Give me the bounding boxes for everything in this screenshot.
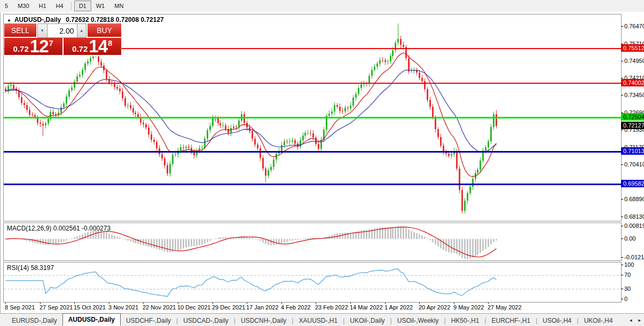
timeframe-button-m30[interactable]: M30 xyxy=(13,1,34,11)
macd-axis-label: -0.01212 xyxy=(624,254,644,260)
sell-price-point: 7 xyxy=(49,38,53,47)
volume-decrease-button[interactable]: ▼ xyxy=(37,23,48,38)
macd-axis-label: 0.00819 xyxy=(624,222,644,229)
chart-symbol-label: AUDUSD-,Daily xyxy=(14,16,61,23)
time-axis-label: 3 Nov 2021 xyxy=(108,304,138,311)
buy-price-pips: 14 xyxy=(89,36,107,57)
volume-increase-button[interactable]: ▲ xyxy=(77,23,87,38)
time-axis-label: 10 Dec 2021 xyxy=(177,304,210,311)
time-axis-label: 15 Oct 2021 xyxy=(74,304,106,311)
time-axis-label: 14 Mar 2022 xyxy=(350,304,383,311)
chart-tab-usdchf-daily[interactable]: USDCHF-,Daily xyxy=(121,315,176,326)
timeframe-button-5[interactable]: 5 xyxy=(0,1,13,11)
mt4-window: 5M30H1H4D1W1MN ▲ AUDUSD-,Daily 0.72632 0… xyxy=(0,0,644,326)
buy-price-display[interactable]: 0.72 14 8 xyxy=(64,38,122,55)
chart-tab-ukoil-h4[interactable]: UKOil-,H4 xyxy=(578,315,618,326)
sell-price-pips: 12 xyxy=(30,36,49,57)
time-axis-label: 9 May 2022 xyxy=(453,304,484,311)
chart-tab-xauusd-h1[interactable]: XAUUSD-,H1 xyxy=(293,315,343,326)
volume-stepper: ▼ ▲ xyxy=(37,23,87,38)
down-arrow-icon: ▼ xyxy=(40,28,44,33)
buy-price-point: 8 xyxy=(108,38,112,47)
time-axis-label: 22 Nov 2021 xyxy=(143,304,176,311)
rsi-axis-label-tick xyxy=(621,265,623,265)
one-click-trading-panel: SELL ▼ ▲ BUY 0.72 12 7 0.72 14 8 xyxy=(4,23,121,56)
time-axis-label: 27 May 2022 xyxy=(488,304,522,311)
window-left-border xyxy=(0,12,1,326)
price-axis-label: 0.73450 xyxy=(624,92,644,98)
time-axis-label: 20 Apr 2022 xyxy=(419,304,450,311)
chart-tab-eurchf-h1[interactable]: EURCHF-,H1 xyxy=(486,315,536,326)
price-axis-label: 0.70410 xyxy=(624,161,644,168)
timeframe-button-h4[interactable]: H4 xyxy=(51,1,68,11)
chart-tab-hk50-h1[interactable]: HK50-,H1 xyxy=(446,315,485,326)
tab-scroll-right-icon[interactable]: ▸ xyxy=(635,317,644,323)
time-axis-label: 23 Feb 2022 xyxy=(315,304,348,311)
buy-button[interactable]: BUY xyxy=(88,23,121,38)
rsi-axis-label: 30 xyxy=(624,285,631,292)
hline-price-badge: 0.72504 xyxy=(621,113,644,121)
sell-button[interactable]: SELL xyxy=(4,23,36,38)
sell-price-prefix: 0.72 xyxy=(13,44,29,53)
chart-ohlc-values: 0.72632 0.72818 0.72008 0.72127 xyxy=(66,16,164,23)
chart-tab-usoil-h4[interactable]: USOil-,H4 xyxy=(537,315,577,326)
price-axis-label: 0.76470 xyxy=(624,23,644,29)
collapse-triangle-icon[interactable]: ▲ xyxy=(7,18,11,22)
timeframe-button-mn[interactable]: MN xyxy=(109,1,128,11)
price-axis-label-tick xyxy=(621,217,623,217)
timeframe-toolbar: 5M30H1H4D1W1MN xyxy=(0,0,644,12)
rsi-indicator-label: RSI(14) 58.3197 xyxy=(7,264,54,272)
price-axis-label: 0.68130 xyxy=(624,213,644,220)
chart-title: ▲ AUDUSD-,Daily 0.72632 0.72818 0.72008 … xyxy=(7,16,164,23)
sell-price-display[interactable]: 0.72 12 7 xyxy=(4,38,62,55)
price-axis-label-tick xyxy=(621,199,623,200)
macd-axis-label: 0.00 xyxy=(624,235,635,242)
price-axis-label-tick xyxy=(621,164,623,165)
hline-price-badge: 0.69582 xyxy=(621,180,644,187)
price-axis-label: 0.74950 xyxy=(624,58,644,64)
hline-price-badge: 0.71013 xyxy=(621,147,644,155)
macd-axis-label-tick xyxy=(621,257,623,258)
tab-scroll-left-icon[interactable]: ◂ xyxy=(626,317,635,323)
time-axis-label: 8 Sep 2021 xyxy=(5,304,35,311)
up-arrow-icon: ▲ xyxy=(80,28,84,33)
chart-tab-usdcnh-daily[interactable]: USDCNH-,Daily xyxy=(235,315,292,326)
chart-tab-ukoil-daily[interactable]: UKOil-,Daily xyxy=(344,315,390,326)
timeframe-button-h1[interactable]: H1 xyxy=(34,1,51,11)
price-axis-label-tick xyxy=(621,26,623,27)
timeframe-button-w1[interactable]: W1 xyxy=(91,1,110,11)
hline-price-badge: 0.74002 xyxy=(621,79,644,86)
time-axis-label: 27 Sep 2021 xyxy=(40,304,73,311)
timeframe-button-d1[interactable]: D1 xyxy=(74,1,91,11)
tab-scroll-buttons: ◂▸ xyxy=(626,314,644,326)
current-price-badge: 0.72127 xyxy=(621,122,644,129)
rsi-pane xyxy=(3,262,622,303)
volume-input[interactable] xyxy=(48,23,77,38)
price-axis-label-tick xyxy=(621,95,623,96)
chart-tab-usdcad-daily[interactable]: USDCAD-,Daily xyxy=(178,315,234,326)
time-axis-label: 1 Apr 2022 xyxy=(384,304,413,311)
chart-tab-eurusd-daily[interactable]: EURUSD-,Daily xyxy=(6,315,62,326)
time-axis-label: 17 Jan 2022 xyxy=(246,304,279,311)
time-axis-label: 4 Feb 2022 xyxy=(281,304,311,311)
time-axis-label: 29 Dec 2021 xyxy=(212,304,245,311)
rsi-axis-label: 0 xyxy=(624,296,627,302)
chart-tab-audusd-daily[interactable]: AUDUSD-,Daily xyxy=(62,313,121,326)
rsi-axis-label-tick xyxy=(621,289,623,289)
rsi-axis-label: 70 xyxy=(624,272,631,278)
rsi-axis-label-tick xyxy=(621,299,623,299)
rsi-chart-canvas[interactable] xyxy=(4,263,621,302)
price-axis-label: 0.68890 xyxy=(624,196,644,202)
toolbar-divider xyxy=(71,2,72,10)
rsi-axis-label: 100 xyxy=(624,261,634,268)
price-axis-label-tick xyxy=(621,78,623,78)
chart-tab-bar: EURUSD-,DailyAUDUSD-,DailyUSDCHF-,Daily|… xyxy=(0,313,644,326)
macd-axis-label-tick xyxy=(621,226,623,226)
macd-indicator-label: MACD(12,26,9) 0.002561 -0.000273 xyxy=(7,225,111,232)
buy-price-prefix: 0.72 xyxy=(72,44,88,53)
macd-axis-label-tick xyxy=(621,238,623,239)
rsi-axis-label-tick xyxy=(621,275,623,275)
chart-tab-usoil-weekly[interactable]: USOil-,Weekly xyxy=(392,315,444,326)
price-axis-label-tick xyxy=(621,130,623,130)
hline-price-badge: 0.75512 xyxy=(621,44,644,52)
